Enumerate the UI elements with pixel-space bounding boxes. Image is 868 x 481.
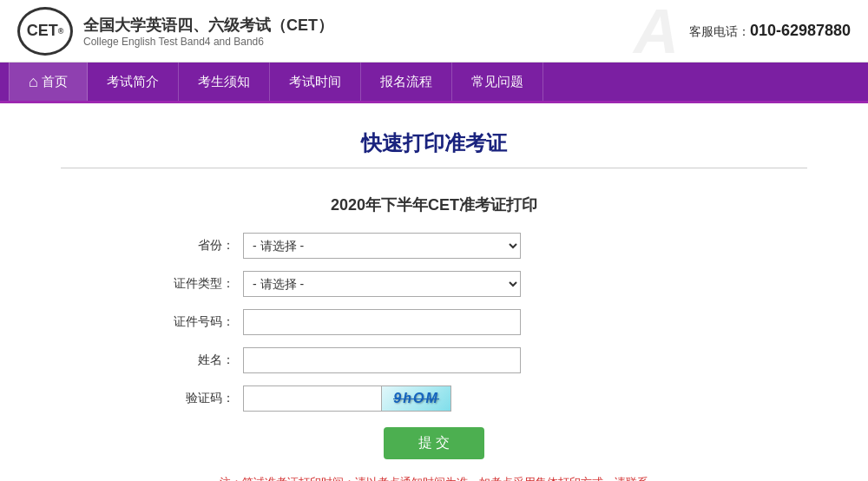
cert-type-select[interactable]: - 请选择 - xyxy=(243,271,521,297)
logo-reg: ® xyxy=(58,27,64,36)
cert-number-input[interactable] xyxy=(243,309,521,335)
nav-home-label: 首页 xyxy=(42,74,68,90)
header: CET® 全国大学英语四、六级考试（CET） College English T… xyxy=(0,0,868,63)
nav-faq[interactable]: 常见问题 xyxy=(452,63,543,101)
header-title-sub: College English Test Band4 and Band6 xyxy=(83,36,333,48)
nav-intro[interactable]: 考试简介 xyxy=(88,63,179,101)
nav-register-label: 报名流程 xyxy=(380,74,432,90)
service-phone: 010-62987880 xyxy=(750,22,851,39)
cert-type-label: 证件类型： xyxy=(165,276,243,292)
name-input[interactable] xyxy=(243,347,521,373)
notice-text: 注：笔试准考证打印时间：请以考点通知时间为准，如考点采用集体打印方式，请联系学校… xyxy=(217,473,651,481)
submit-row: 提 交 xyxy=(165,427,703,459)
nav-faq-label: 常见问题 xyxy=(471,74,523,90)
nav-notice-label: 考生须知 xyxy=(198,74,250,90)
province-row: 省份： - 请选择 - xyxy=(165,233,703,259)
page-divider xyxy=(61,168,807,168)
captcha-image[interactable]: 9hOM xyxy=(382,385,451,412)
captcha-row: 验证码： 9hOM xyxy=(165,385,703,412)
main-content: 快速打印准考证 2020年下半年CET准考证打印 省份： - 请选择 - 证件类… xyxy=(43,103,825,481)
captcha-input[interactable] xyxy=(243,385,382,412)
page-title-section: 快速打印准考证 xyxy=(61,129,807,168)
page-title: 快速打印准考证 xyxy=(61,129,807,157)
logo-text: CET xyxy=(27,22,58,40)
form-section: 2020年下半年CET准考证打印 省份： - 请选择 - 证件类型： - 请选择… xyxy=(165,194,703,481)
header-left: CET® 全国大学英语四、六级考试（CET） College English T… xyxy=(17,7,333,56)
captcha-container: 9hOM xyxy=(243,385,451,412)
province-label: 省份： xyxy=(165,238,243,254)
cert-type-row: 证件类型： - 请选择 - xyxy=(165,271,703,297)
service-label: 客服电话： xyxy=(689,24,750,38)
header-service: 客服电话：010-62987880 xyxy=(689,22,851,40)
header-title-main: 全国大学英语四、六级考试（CET） xyxy=(83,15,333,36)
nav-notice[interactable]: 考生须知 xyxy=(179,63,270,101)
form-section-title: 2020年下半年CET准考证打印 xyxy=(165,194,703,215)
captcha-value: 9hOM xyxy=(393,391,438,406)
cet-logo: CET® xyxy=(17,7,73,56)
captcha-label: 验证码： xyxy=(165,391,243,406)
province-select[interactable]: - 请选择 - xyxy=(243,233,521,259)
header-title: 全国大学英语四、六级考试（CET） College English Test B… xyxy=(83,15,333,48)
nav-schedule-label: 考试时间 xyxy=(289,74,341,90)
cert-number-label: 证件号码： xyxy=(165,314,243,330)
name-label: 姓名： xyxy=(165,353,243,368)
header-watermark: A xyxy=(634,0,677,63)
cert-number-row: 证件号码： xyxy=(165,309,703,335)
main-nav: ⌂ 首页 考试简介 考生须知 考试时间 报名流程 常见问题 xyxy=(0,63,868,101)
nav-schedule[interactable]: 考试时间 xyxy=(270,63,361,101)
name-row: 姓名： xyxy=(165,347,703,373)
nav-intro-label: 考试简介 xyxy=(107,74,159,90)
nav-register[interactable]: 报名流程 xyxy=(361,63,452,101)
home-icon: ⌂ xyxy=(29,73,38,91)
nav-home[interactable]: ⌂ 首页 xyxy=(9,63,88,101)
submit-button[interactable]: 提 交 xyxy=(384,427,484,459)
